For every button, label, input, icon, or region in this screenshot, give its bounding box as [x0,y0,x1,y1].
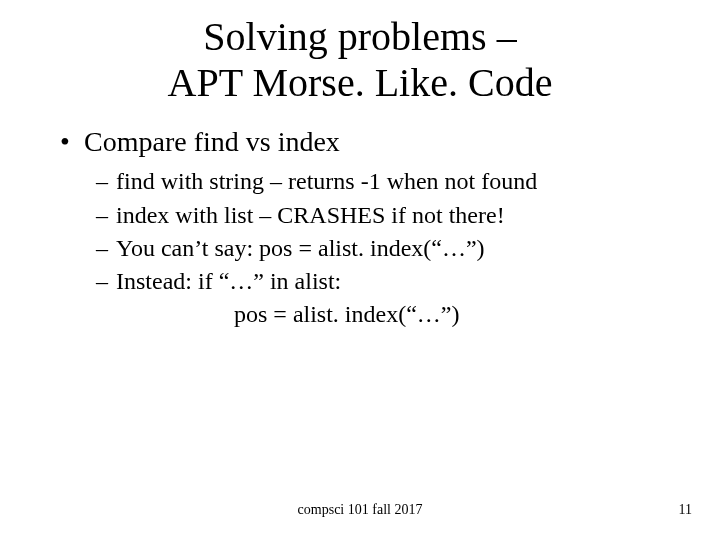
footer-center: compsci 101 fall 2017 [0,502,720,518]
slide-number: 11 [679,502,692,518]
sub-bullet-text: You can’t say: pos = alist. index(“…”) [116,235,485,261]
slide: Solving problems – APT Morse. Like. Code… [0,0,720,540]
sub-bullet: Instead: if “…” in alist: [96,266,680,297]
sub-bullet-group: find with string – returns -1 when not f… [60,166,680,330]
sub-bullet: find with string – returns -1 when not f… [96,166,680,197]
bullet-level-1: Compare find vs index [60,124,680,160]
sub-bullet-text: Instead: if “…” in alist: [116,268,341,294]
title-line-2: APT Morse. Like. Code [0,60,720,106]
bullet-text: Compare find vs index [84,126,340,157]
sub-bullet-text: find with string – returns -1 when not f… [116,168,537,194]
slide-title: Solving problems – APT Morse. Like. Code [0,0,720,106]
sub-bullet: You can’t say: pos = alist. index(“…”) [96,233,680,264]
slide-body: Compare find vs index find with string –… [0,106,720,330]
sub-bullet: index with list – CRASHES if not there! [96,200,680,231]
sub-bullet-text: index with list – CRASHES if not there! [116,202,505,228]
continuation-line: pos = alist. index(“…”) [96,299,680,330]
title-line-1: Solving problems – [0,14,720,60]
